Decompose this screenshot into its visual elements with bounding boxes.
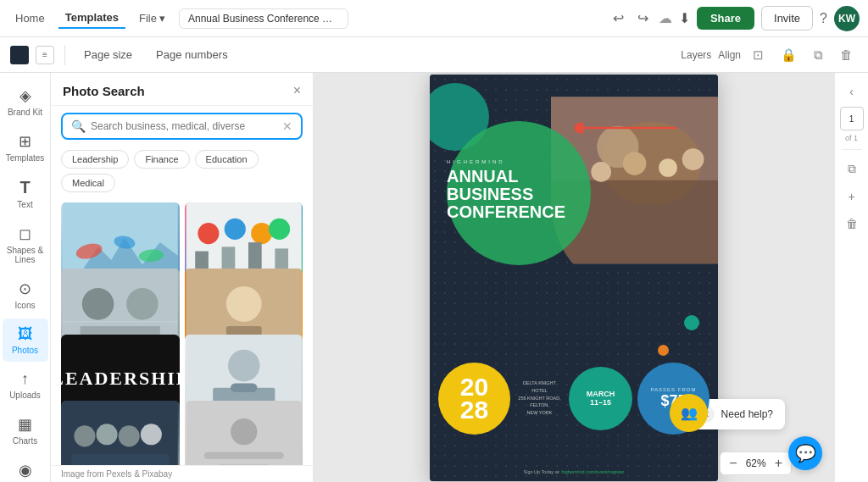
search-icon: 🔍 bbox=[71, 119, 86, 133]
doc-teal-dot bbox=[684, 315, 699, 330]
sidebar-label-photos: Photos bbox=[12, 346, 38, 355]
page-numbers-button[interactable]: Page numbers bbox=[147, 45, 236, 64]
doc-passes-label: PASSES FROM bbox=[651, 387, 697, 392]
sidebar-item-photos[interactable]: 🖼 Photos bbox=[3, 319, 48, 362]
sidebar-label-shapes: Shapes & Lines bbox=[6, 246, 45, 264]
canvas-area[interactable]: HIGHERMIND ANNUAL BUSINESS CONFERENCE 20 bbox=[314, 73, 834, 482]
chat-icon: 💬 bbox=[795, 443, 816, 463]
page-indicator[interactable]: 1 bbox=[840, 107, 864, 130]
doc-brand: HIGHERMIND bbox=[447, 159, 616, 164]
sidebar-item-templates[interactable]: ⊞ Templates bbox=[3, 125, 48, 169]
main-layout: ◈ Brand Kit ⊞ Templates T Text ◻ Shapes … bbox=[0, 73, 868, 482]
nav-home[interactable]: Home bbox=[8, 8, 52, 28]
sidebar-label-text: Text bbox=[17, 200, 32, 209]
doc-main-title: ANNUAL BUSINESS CONFERENCE bbox=[447, 168, 616, 221]
right-sidebar: ‹ 1 of 1 ⧉ + 🗑 bbox=[834, 73, 868, 482]
search-input[interactable] bbox=[91, 120, 277, 132]
delete-icon[interactable]: 🗑 bbox=[835, 44, 858, 65]
filter-education[interactable]: Education bbox=[195, 150, 259, 169]
svg-point-16 bbox=[126, 288, 159, 320]
filter-leadership[interactable]: Leadership bbox=[61, 150, 129, 169]
photo-thumb[interactable] bbox=[61, 401, 180, 465]
text-icon: T bbox=[19, 178, 30, 197]
filter-finance[interactable]: Finance bbox=[134, 150, 189, 169]
align-label[interactable]: Align bbox=[718, 49, 741, 61]
sidebar-item-brand-kit[interactable]: ◈ Brand Kit bbox=[3, 80, 48, 124]
svg-point-31 bbox=[141, 424, 162, 445]
right-delete-button[interactable]: 🗑 bbox=[841, 212, 863, 235]
sidebar-item-icons[interactable]: ⊙ Icons bbox=[3, 273, 48, 317]
svg-point-46 bbox=[659, 158, 677, 177]
svg-point-28 bbox=[74, 425, 95, 446]
zoom-in-button[interactable]: + bbox=[775, 456, 782, 471]
svg-rect-37 bbox=[186, 401, 301, 465]
sidebar-label-icons: Icons bbox=[15, 301, 36, 310]
charts-icon: ▦ bbox=[18, 415, 32, 434]
pattern-box[interactable]: ≡ bbox=[36, 46, 54, 64]
sidebar-label-uploads: Uploads bbox=[9, 391, 41, 400]
panel-header: Photo Search × bbox=[51, 73, 313, 106]
right-nav-back[interactable]: ‹ bbox=[844, 80, 859, 103]
maps-icon: ◉ bbox=[19, 461, 32, 479]
svg-point-45 bbox=[623, 152, 647, 175]
color-box[interactable] bbox=[10, 46, 29, 64]
panel-close-button[interactable]: × bbox=[293, 83, 301, 98]
templates-icon: ⊞ bbox=[19, 132, 31, 151]
doc-people-circle: 👥 bbox=[670, 394, 708, 432]
photo-grid: LEADERSHIP bbox=[51, 199, 313, 465]
sidebar-label-templates: Templates bbox=[6, 153, 45, 163]
panel-title: Photo Search bbox=[63, 84, 145, 98]
share-button[interactable]: Share bbox=[697, 7, 754, 30]
doc-title-area: HIGHERMIND ANNUAL BUSINESS CONFERENCE bbox=[447, 159, 616, 221]
lock-icon[interactable]: 🔒 bbox=[776, 44, 802, 66]
page-total: of 1 bbox=[845, 134, 858, 142]
svg-rect-32 bbox=[71, 454, 169, 465]
svg-point-9 bbox=[269, 219, 290, 240]
nav-templates[interactable]: Templates bbox=[58, 8, 125, 29]
toolbar-right: Layers Align ⊡ 🔒 ⧉ 🗑 bbox=[681, 44, 858, 66]
toolbar-divider bbox=[64, 45, 65, 65]
doc-footer: Sign Up Today at: highermind.com/event/r… bbox=[430, 469, 718, 474]
right-copy-button[interactable]: ⧉ bbox=[843, 157, 861, 181]
toolbar: ≡ Page size Page numbers Layers Align ⊡ … bbox=[0, 37, 868, 73]
filter-medical[interactable]: Medical bbox=[61, 174, 115, 192]
zoom-value: 62% bbox=[743, 457, 770, 469]
crop-icon[interactable]: ⊡ bbox=[748, 44, 769, 66]
undo-button[interactable]: ↩ bbox=[609, 7, 627, 30]
doc-year-bottom: 28 bbox=[460, 398, 488, 421]
sidebar-label-brand-kit: Brand Kit bbox=[8, 108, 42, 117]
redo-button[interactable]: ↪ bbox=[634, 7, 652, 30]
red-arrow bbox=[575, 115, 685, 141]
sidebar-item-charts[interactable]: ▦ Charts bbox=[3, 408, 48, 452]
sidebar-item-shapes[interactable]: ◻ Shapes & Lines bbox=[3, 218, 48, 271]
download-icon[interactable]: ⬇ bbox=[679, 10, 690, 26]
layers-label[interactable]: Layers bbox=[681, 49, 711, 61]
invite-button[interactable]: Invite bbox=[761, 6, 813, 30]
copy-icon[interactable]: ⧉ bbox=[809, 44, 828, 66]
nav-file[interactable]: File ▾ bbox=[132, 8, 172, 28]
cloud-icon[interactable]: ☁ bbox=[659, 10, 672, 26]
page-size-button[interactable]: Page size bbox=[75, 45, 141, 64]
panel-footer: Image from Pexels & Pixabay bbox=[51, 465, 313, 482]
sidebar-item-text[interactable]: T Text bbox=[3, 171, 48, 216]
svg-point-24 bbox=[227, 350, 259, 382]
nav-doc-title[interactable]: Annual Business Conference Even... bbox=[179, 8, 348, 29]
svg-point-47 bbox=[682, 148, 704, 170]
avatar[interactable]: KW bbox=[834, 6, 860, 31]
doc-dates: 11–15 bbox=[590, 398, 611, 407]
svg-point-15 bbox=[82, 288, 114, 320]
zoom-bar: − 62% + bbox=[720, 452, 792, 475]
doc-orange-dot bbox=[658, 345, 669, 356]
svg-point-30 bbox=[119, 425, 140, 446]
chat-button[interactable]: 💬 bbox=[788, 436, 822, 470]
right-add-button[interactable]: + bbox=[843, 185, 860, 208]
zoom-out-button[interactable]: − bbox=[729, 456, 737, 471]
svg-point-21 bbox=[225, 286, 261, 322]
sidebar-item-uploads[interactable]: ↑ Uploads bbox=[3, 363, 48, 407]
photo-thumb[interactable] bbox=[185, 401, 303, 465]
doc-hotel-info: DELTA KNIGHT HOTEL 256 KNIGHT ROAD, FELT… bbox=[515, 380, 564, 417]
filter-tags: Leadership Finance Education Medical bbox=[51, 147, 313, 199]
search-clear-icon[interactable]: ✕ bbox=[282, 119, 292, 133]
sidebar-item-maps[interactable]: ◉ Maps bbox=[3, 454, 48, 482]
help-icon[interactable]: ? bbox=[820, 11, 827, 26]
